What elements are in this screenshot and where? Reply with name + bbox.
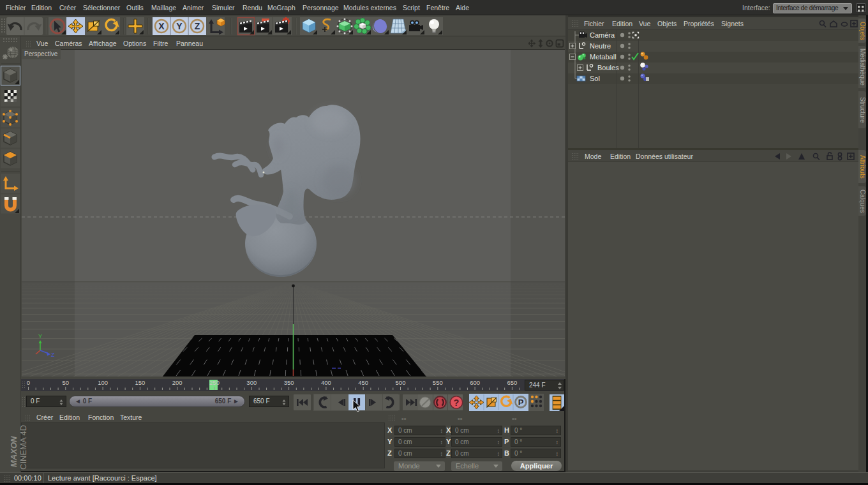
svg-text:Y: Y	[176, 21, 183, 31]
svg-text:250: 250	[209, 379, 220, 386]
svg-text:?: ?	[454, 398, 460, 408]
svg-text:CINEMA 4D: CINEMA 4D	[19, 425, 28, 470]
svg-text:350: 350	[284, 379, 294, 386]
svg-text:150: 150	[135, 379, 145, 386]
svg-text:300: 300	[246, 379, 257, 386]
svg-text:50: 50	[63, 379, 70, 386]
svg-text:650: 650	[507, 379, 517, 386]
svg-text:500: 500	[396, 379, 406, 386]
svg-text:X: X	[158, 21, 165, 31]
svg-text:600: 600	[470, 379, 480, 386]
svg-text:100: 100	[98, 379, 108, 386]
svg-text:550: 550	[433, 379, 443, 386]
svg-text:200: 200	[172, 379, 183, 386]
svg-text:Z: Z	[195, 21, 200, 31]
svg-text:Y: Y	[38, 333, 42, 340]
svg-text:Z: Z	[51, 352, 55, 358]
svg-text:P: P	[518, 398, 524, 407]
svg-text:400: 400	[321, 379, 331, 386]
svg-text:450: 450	[358, 379, 368, 386]
svg-text:MAXON: MAXON	[9, 436, 19, 467]
svg-text:0: 0	[27, 379, 30, 386]
